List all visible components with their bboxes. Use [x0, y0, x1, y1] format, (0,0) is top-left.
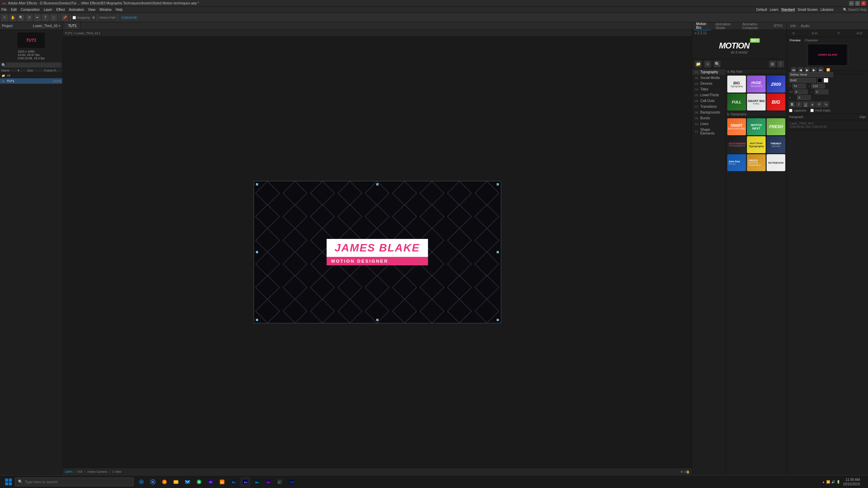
taskbar-icon-premiere[interactable]: Pr	[205, 477, 216, 487]
puppet-tool[interactable]: 📌	[61, 14, 68, 21]
taskbar-icon-media[interactable]	[194, 477, 204, 487]
ornum-checkbox[interactable]	[810, 109, 814, 112]
menu-help[interactable]: Help	[116, 8, 123, 12]
mb-menu-icon[interactable]: ⋮	[777, 61, 784, 67]
italic-button[interactable]: I	[796, 101, 802, 107]
mb-card-smart-big[interactable]: SMART BIG TYPO.	[747, 94, 766, 110]
show-desktop-button[interactable]	[863, 475, 865, 488]
mb-cat-social[interactable]: 02. Social Media	[692, 75, 726, 81]
mb-cat-lowerthirds[interactable]: 05. LowerThirds	[692, 92, 726, 98]
project-item-tut1[interactable]: ■ TUT1 23.976	[0, 78, 62, 84]
mb-card-3600[interactable]: Z600	[767, 76, 785, 93]
mb-card-and-clean[interactable]: and Clean Typography	[747, 136, 766, 153]
snapping-checkbox[interactable]	[73, 16, 76, 19]
mb-card-big-typo[interactable]: BIG Typography	[727, 76, 746, 93]
taskbar-icon-mail[interactable]	[182, 477, 193, 487]
mb-card-full[interactable]: FULL	[727, 94, 746, 110]
mb-cat-lines[interactable]: 10. Lines	[692, 121, 726, 127]
menu-layer[interactable]: Layer	[44, 8, 52, 12]
mb-expand-icon[interactable]: ⊞	[769, 61, 776, 67]
frp-tab-audio[interactable]: Audio	[800, 24, 811, 28]
workspace-libraries[interactable]: Libraries	[821, 8, 833, 12]
strikethrough-button[interactable]: s̶	[809, 101, 815, 107]
composition-canvas[interactable]: // will be rendered via JS below JAMES B…	[254, 181, 501, 323]
hand-tool[interactable]: ✋	[9, 14, 16, 21]
workspace-learn[interactable]: Learn	[770, 8, 778, 12]
mb-list-icon[interactable]: ≡	[704, 61, 711, 67]
mb-card-huge-typo[interactable]: HUGE Typography	[747, 76, 766, 93]
subscript-button[interactable]: T₂	[823, 101, 829, 107]
project-search-input[interactable]	[6, 63, 61, 67]
taskbar-icon-cortana[interactable]	[136, 477, 146, 487]
rotate-tool[interactable]: ↺	[26, 14, 33, 21]
menu-effect[interactable]: Effect	[56, 8, 65, 12]
start-button[interactable]	[3, 477, 14, 487]
stroke-color-swatch[interactable]	[824, 78, 828, 83]
bold-button[interactable]: B	[789, 101, 795, 107]
views-menu[interactable]: 1 View	[112, 470, 121, 473]
mb-search-icon[interactable]: 🔍	[714, 61, 721, 67]
font-style-input[interactable]	[789, 78, 816, 83]
zoom-level[interactable]: 100%	[65, 470, 73, 473]
taskbar-search-bar[interactable]: 🔍	[15, 477, 134, 486]
text-tool[interactable]: T	[42, 14, 49, 21]
tracking-input[interactable]	[815, 89, 828, 94]
kerning-input[interactable]	[794, 89, 808, 94]
mb-cat-callouts[interactable]: 06. Call-Outs	[692, 98, 726, 104]
taskbar-icon-explorer[interactable]	[171, 477, 181, 487]
zoom-tool[interactable]: 🔍	[18, 14, 24, 21]
mb-tab-rtfx[interactable]: RTFX	[772, 24, 785, 28]
menu-view[interactable]: View	[88, 8, 96, 12]
taskbar-icon-shell[interactable]: $	[275, 477, 285, 487]
mb-card-outstanding[interactable]: OUTSTANDING TYPOGRAPHY	[727, 136, 746, 153]
taskbar-icon-photoshop[interactable]: Ps	[229, 477, 239, 487]
minimize-button[interactable]: ─	[849, 1, 854, 6]
mb-tab-motionbro[interactable]: Motion Bro	[694, 22, 711, 30]
mb-cat-backgrounds[interactable]: 08. Backgrounds	[692, 109, 726, 115]
lower-third-element[interactable]: JAMES BLAKE MOTION DESIGNER	[327, 239, 428, 265]
handle-bc[interactable]	[376, 319, 378, 321]
mb-card-trendy[interactable]: TRENDY DESIGN	[767, 136, 785, 153]
handle-ml[interactable]	[256, 251, 258, 253]
mb-card-watch-next[interactable]: WATCH NEXT	[747, 118, 766, 135]
camera-menu[interactable]: Active Camera	[87, 470, 107, 473]
taskbar-icon-illustrator[interactable]: Ai	[217, 477, 227, 487]
handle-tc[interactable]	[376, 183, 378, 185]
taskbar-icon-audition[interactable]: Au	[252, 477, 262, 487]
handle-br[interactable]	[497, 319, 499, 321]
mb-card-create[interactable]: CREATE MOTION GRAPHICS	[747, 154, 766, 171]
mb-tab-composer[interactable]: Animation Composer	[740, 22, 769, 30]
workspace-standard[interactable]: Standard	[781, 8, 795, 12]
mb-cat-titles[interactable]: 04. Titles	[692, 86, 726, 92]
close-button[interactable]: ✕	[861, 1, 866, 6]
fill-color-swatch[interactable]	[817, 78, 822, 83]
handle-tl[interactable]	[256, 183, 258, 185]
mb-card-notebook[interactable]: NOTEBOOK	[767, 154, 785, 171]
taskbar-icon-encoder[interactable]: AME	[286, 477, 296, 487]
taskbar-icon-after-effects[interactable]: Ae	[240, 477, 250, 487]
handle-mr[interactable]	[497, 251, 499, 253]
taskbar-clock[interactable]: 11:06 AM 10/15/2019	[843, 477, 860, 486]
taskbar-icon-firefox[interactable]	[159, 477, 170, 487]
workspace-small[interactable]: Small Screen	[797, 8, 817, 12]
menu-file[interactable]: File	[1, 8, 7, 12]
mb-cat-typography[interactable]: 01. Typography	[692, 69, 726, 75]
frp-preview-tab[interactable]: Preview	[788, 38, 802, 42]
superscript-button[interactable]: T²	[816, 101, 822, 107]
menu-animation[interactable]: Animation	[69, 8, 84, 12]
mb-card-big-red[interactable]: BIG	[767, 94, 785, 110]
leading-input[interactable]	[811, 84, 825, 88]
workspace-default[interactable]: Default	[756, 8, 767, 12]
taskbar-icon-chrome[interactable]	[148, 477, 158, 487]
handle-bl[interactable]	[256, 319, 258, 321]
mb-cat-devices[interactable]: 03. Devices	[692, 81, 726, 86]
menu-window[interactable]: Window	[99, 8, 112, 12]
menu-composition[interactable]: Composition	[21, 8, 40, 12]
frp-tab-info[interactable]: Info	[789, 24, 797, 28]
taskbar-search-input[interactable]	[25, 480, 131, 484]
comp-tab-tut1[interactable]: TUT1	[65, 22, 80, 29]
mb-cat-shapes[interactable]: 11. Shape Elements	[692, 127, 726, 136]
mb-card-smart-bg[interactable]: SMART BACKGROUND	[727, 118, 746, 135]
mb-cat-bursts[interactable]: 09. Bursts	[692, 115, 726, 121]
maximize-button[interactable]: □	[855, 1, 860, 6]
